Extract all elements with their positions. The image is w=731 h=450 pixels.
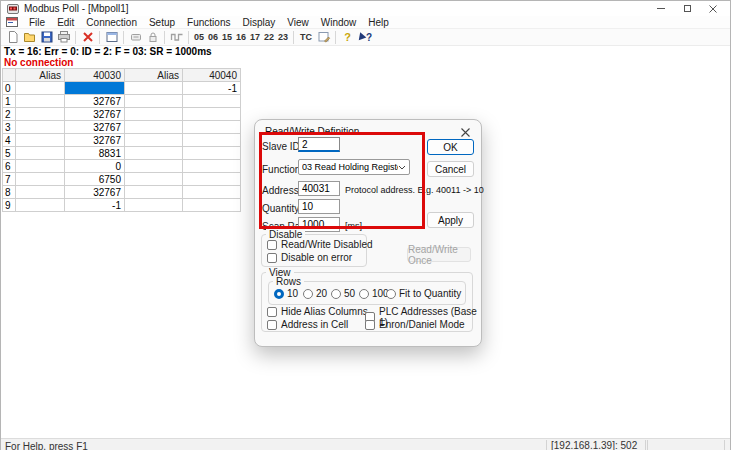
grid-cell[interactable] (125, 199, 183, 212)
function-23-button[interactable]: 23 (276, 30, 290, 45)
grid-cell[interactable] (16, 173, 65, 186)
slave-id-input[interactable] (298, 137, 340, 152)
grid-cell[interactable] (16, 95, 65, 108)
grid-cell[interactable] (16, 147, 65, 160)
function-15-button[interactable]: 15 (220, 30, 234, 45)
rows-radio-100[interactable]: 100 (359, 288, 389, 299)
apply-button[interactable]: Apply (427, 212, 474, 228)
grid-cell[interactable] (183, 160, 241, 173)
maximize-button[interactable] (674, 1, 700, 16)
grid-cell[interactable] (16, 134, 65, 147)
grid-cell[interactable] (16, 121, 65, 134)
row-header-cell[interactable]: 4 (3, 134, 16, 147)
open-file-button[interactable] (21, 30, 38, 45)
function-16-button[interactable]: 16 (234, 30, 248, 45)
alias-header-1[interactable]: Alias (16, 69, 65, 82)
new-file-button[interactable] (4, 30, 21, 45)
enron-daniel-mode-checkbox[interactable]: Enron/Daniel Mode (365, 319, 465, 330)
minimize-button[interactable] (648, 1, 674, 16)
grid-cell[interactable] (183, 199, 241, 212)
save-button[interactable] (38, 30, 55, 45)
connection-setup-button[interactable] (127, 30, 144, 45)
grid-cell[interactable] (16, 82, 65, 95)
grid-cell[interactable] (16, 186, 65, 199)
grid-cell[interactable] (183, 95, 241, 108)
row-header-cell[interactable]: 2 (3, 108, 16, 121)
grid-cell[interactable] (125, 121, 183, 134)
function-22-button[interactable]: 22 (262, 30, 276, 45)
address-input[interactable] (298, 181, 340, 196)
grid-cell[interactable]: -1 (183, 82, 241, 95)
mdi-child-icon[interactable] (6, 17, 18, 27)
grid-cell[interactable] (16, 108, 65, 121)
address-in-cell-checkbox[interactable]: Address in Cell (267, 319, 348, 330)
grid-cell[interactable]: -1 (65, 199, 125, 212)
grid-cell[interactable] (183, 173, 241, 186)
print-button[interactable] (55, 30, 72, 45)
disable-on-error-checkbox[interactable]: Disable on error (267, 252, 352, 263)
row-header-cell[interactable]: 5 (3, 147, 16, 160)
grid-cell[interactable] (183, 108, 241, 121)
read-write-disabled-checkbox[interactable]: Read/Write Disabled (267, 239, 373, 250)
menu-functions[interactable]: Functions (181, 16, 236, 29)
row-header-cell[interactable]: 7 (3, 173, 16, 186)
menu-file[interactable]: File (23, 16, 51, 29)
grid-cell[interactable] (125, 108, 183, 121)
grid-cell[interactable] (65, 82, 125, 95)
menu-display[interactable]: Display (236, 16, 281, 29)
read-write-definition-button[interactable] (103, 30, 120, 45)
quantity-input[interactable] (298, 199, 340, 214)
context-help-button[interactable]: ? (356, 30, 373, 45)
grid-cell[interactable]: 32767 (65, 95, 125, 108)
grid-cell[interactable] (183, 186, 241, 199)
grid-cell[interactable]: 32767 (65, 121, 125, 134)
grid-cell[interactable] (16, 199, 65, 212)
menu-edit[interactable]: Edit (51, 16, 80, 29)
menu-setup[interactable]: Setup (143, 16, 181, 29)
grid-cell[interactable]: 32767 (65, 186, 125, 199)
grid-cell[interactable]: 32767 (65, 134, 125, 147)
menu-window[interactable]: Window (315, 16, 363, 29)
menu-help[interactable]: Help (362, 16, 395, 29)
row-header-cell[interactable]: 6 (3, 160, 16, 173)
grid-cell[interactable]: 6750 (65, 173, 125, 186)
grid-cell[interactable] (125, 95, 183, 108)
cancel-button[interactable]: Cancel (427, 161, 474, 177)
function-17-button[interactable]: 17 (248, 30, 262, 45)
row-header-cell[interactable]: 3 (3, 121, 16, 134)
communication-log-button[interactable] (144, 30, 161, 45)
row-header-cell[interactable]: 0 (3, 82, 16, 95)
grid-cell[interactable]: 0 (65, 160, 125, 173)
trace-button[interactable] (315, 30, 332, 45)
grid-cell[interactable] (183, 121, 241, 134)
hide-alias-columns-checkbox[interactable]: Hide Alias Columns (267, 306, 368, 317)
function-select[interactable]: 03 Read Holding Registers (4x) (298, 159, 410, 175)
row-header-cell[interactable]: 8 (3, 186, 16, 199)
rows-radio-fit-to-quantity[interactable]: Fit to Quantity (386, 288, 461, 299)
grid-cell[interactable] (125, 160, 183, 173)
alias-header-2[interactable]: Alias (125, 69, 183, 82)
function-06-button[interactable]: 06 (206, 30, 220, 45)
rows-radio-20[interactable]: 20 (303, 288, 327, 299)
close-button[interactable] (700, 1, 726, 16)
grid-cell[interactable] (125, 134, 183, 147)
rows-radio-10[interactable]: 10 (274, 288, 298, 299)
grid-cell[interactable] (125, 82, 183, 95)
row-header-cell[interactable]: 9 (3, 199, 16, 212)
test-center-button[interactable]: TC (297, 30, 315, 45)
cancel-poll-button[interactable] (79, 30, 96, 45)
function-05-button[interactable]: 05 (192, 30, 206, 45)
help-button[interactable]: ? (339, 30, 356, 45)
ok-button[interactable]: OK (427, 139, 474, 155)
grid-cell[interactable] (183, 134, 241, 147)
grid-cell[interactable] (183, 147, 241, 160)
grid-cell[interactable]: 8831 (65, 147, 125, 160)
grid-cell[interactable] (16, 160, 65, 173)
dialog-close-button[interactable] (458, 125, 472, 139)
waveform-button[interactable] (168, 30, 185, 45)
menu-view[interactable]: View (281, 16, 315, 29)
grid-cell[interactable] (125, 147, 183, 160)
row-header-cell[interactable]: 1 (3, 95, 16, 108)
grid-cell[interactable]: 32767 (65, 108, 125, 121)
register-header-40040[interactable]: 40040 (183, 69, 241, 82)
